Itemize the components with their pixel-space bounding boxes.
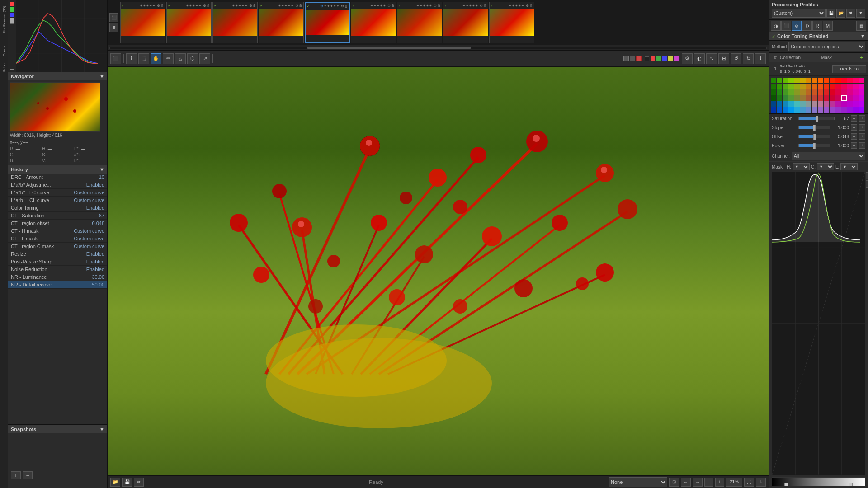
swatch[interactable] (812, 89, 817, 95)
row-mask-input[interactable] (832, 65, 866, 73)
fullscreen-button[interactable]: ⛶ (744, 478, 754, 487)
swatch[interactable] (824, 89, 829, 95)
all-channel-indicator[interactable] (10, 23, 14, 28)
filmstrip-item-1[interactable]: ✓ ✦✦✦✦✦ ⚙ 🗑 (120, 2, 165, 43)
swatch[interactable] (859, 107, 864, 113)
swatch[interactable] (847, 95, 853, 101)
swatch[interactable] (794, 107, 800, 113)
offset-thumb[interactable] (813, 134, 816, 140)
history-item-ct[interactable]: Color ToningEnabled (8, 204, 107, 212)
swatch[interactable] (830, 101, 835, 107)
zoom-fit-button[interactable]: ⊡ (669, 478, 679, 487)
swatch[interactable] (788, 78, 794, 83)
swatch[interactable] (806, 95, 811, 101)
raw-tab[interactable]: R (812, 21, 822, 31)
swatch[interactable] (783, 84, 788, 89)
swatch[interactable] (806, 107, 811, 113)
swatch[interactable] (830, 84, 835, 89)
swatch[interactable] (771, 107, 776, 113)
swatch[interactable] (841, 101, 847, 107)
saturation-thumb[interactable] (816, 116, 818, 122)
view-square-3[interactable] (636, 56, 642, 61)
slope-slider-track[interactable] (798, 126, 830, 129)
add-correction-button[interactable]: + (857, 54, 866, 61)
swatch[interactable] (824, 84, 829, 89)
power-slider-track[interactable] (798, 144, 830, 147)
swatch[interactable] (835, 84, 841, 89)
mask-l-select[interactable]: ▼ (840, 163, 858, 170)
swatch[interactable] (847, 84, 853, 89)
view-square-2[interactable] (630, 56, 635, 61)
swatch[interactable] (818, 89, 823, 95)
swatch[interactable] (794, 101, 800, 107)
offset-plus-button[interactable]: + (859, 133, 865, 140)
channel-select[interactable]: All (792, 152, 865, 160)
settings-button[interactable]: ⚙ (682, 53, 693, 64)
swatch[interactable] (859, 84, 864, 89)
offset-slider-track[interactable] (798, 135, 830, 138)
swatch[interactable] (847, 78, 853, 83)
luma-channel-indicator[interactable] (10, 18, 14, 23)
curve-pipette-button[interactable]: ✏ (866, 172, 868, 179)
profile-more-button[interactable]: ▼ (856, 9, 865, 18)
filmstrip-item-2[interactable]: ✓ ✦✦✦✦✦ ⚙ 🗑 (166, 2, 212, 43)
before-after-button[interactable]: ◐ (694, 53, 705, 64)
swatch[interactable] (788, 101, 794, 107)
power-plus-button[interactable]: + (859, 142, 865, 149)
swatch[interactable] (824, 107, 829, 113)
swatch[interactable] (841, 89, 847, 95)
swatch[interactable] (853, 107, 859, 113)
method-select[interactable]: Color correction regions (788, 42, 865, 51)
add-snapshot-button[interactable]: + (11, 471, 21, 479)
swatch[interactable] (847, 107, 853, 113)
color-picker-button[interactable]: ↗ (199, 53, 210, 64)
swatch[interactable] (841, 107, 847, 113)
swatch[interactable] (783, 95, 788, 101)
swatch[interactable] (824, 101, 829, 107)
swatch[interactable] (794, 78, 800, 83)
nav-next-button[interactable]: → (693, 478, 703, 487)
swatch[interactable] (800, 84, 806, 89)
swatch[interactable] (812, 107, 817, 113)
swatch[interactable] (806, 101, 811, 107)
power-thumb[interactable] (813, 143, 816, 149)
filmstrip-item-4[interactable]: ✓ ✦✦✦✦✦ ⚙ 🗑 (259, 2, 304, 43)
swatch[interactable] (788, 95, 794, 101)
swatch[interactable] (806, 78, 811, 83)
history-item-ct-sat[interactable]: CT - Saturation67 (8, 212, 107, 220)
swatch[interactable] (853, 95, 859, 101)
offset-minus-button[interactable]: − (851, 133, 857, 140)
swatch-selected[interactable] (841, 95, 847, 101)
swatch[interactable] (859, 89, 864, 95)
save-button[interactable]: ⤓ (755, 53, 766, 64)
redo-button[interactable]: ↻ (743, 53, 754, 64)
swatch[interactable] (841, 78, 847, 83)
grid-button[interactable]: ⊞ (718, 53, 729, 64)
history-item-resize[interactable]: ResizeEnabled (8, 250, 107, 258)
swatch[interactable] (835, 107, 841, 113)
hand-tool-button[interactable]: ✋ (151, 53, 161, 64)
swatch[interactable] (824, 95, 829, 101)
swatch[interactable] (800, 107, 806, 113)
color-dot-red[interactable] (651, 56, 655, 61)
swatch[interactable] (777, 89, 782, 95)
snapshots-header[interactable]: Snapshots ▼ (8, 425, 107, 433)
slope-plus-button[interactable]: + (859, 124, 865, 131)
curve-reset-button[interactable]: ⊘ (866, 180, 868, 188)
nav-prev-button[interactable]: ← (681, 478, 691, 487)
export-button[interactable]: 💾 (122, 478, 132, 487)
zoom-in-button[interactable]: + (715, 478, 724, 487)
color-toning-header[interactable]: ✓ Color Toning Enabled ▼ (769, 32, 868, 41)
history-item-drc[interactable]: DRC - Amount10 (8, 174, 107, 181)
swatch[interactable] (777, 95, 782, 101)
navigator-header[interactable]: Navigator ▼ (8, 72, 107, 80)
slope-thumb[interactable] (813, 125, 816, 131)
swatch[interactable] (783, 89, 788, 95)
info-button[interactable]: ℹ (126, 53, 137, 64)
barcode-icon[interactable]: ▦ (856, 21, 866, 31)
history-header[interactable]: History ▼ (8, 165, 107, 174)
remove-snapshot-button[interactable]: − (23, 471, 33, 479)
swatch[interactable] (853, 101, 859, 107)
swatch[interactable] (800, 78, 806, 83)
swatch[interactable] (859, 95, 864, 101)
